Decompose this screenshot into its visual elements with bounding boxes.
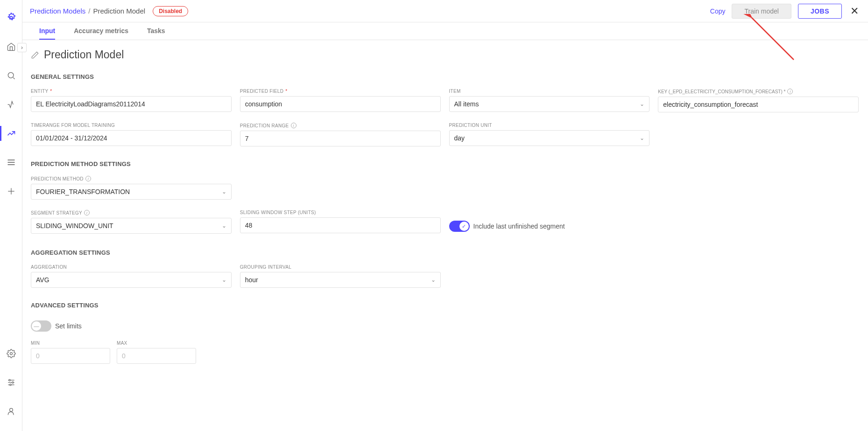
min-input[interactable] [31,348,110,364]
content-area: Prediction Model GENERAL SETTINGS ENTITY… [22,40,868,431]
label-prediction-method: PREDICTION METHOD i [31,176,232,181]
aggregation-select[interactable]: AVG ⌄ [31,272,232,288]
svg-point-13 [9,384,11,385]
label-sliding-window-step: SLIDING WINDOW STEP (UNITS) [240,210,441,215]
plus-icon [6,186,17,197]
page-title: Prediction Model [44,49,124,61]
train-model-button[interactable]: Train model [732,4,791,19]
include-last-toggle[interactable]: ✓ [449,221,470,232]
sliders-icon [6,377,17,388]
breadcrumb: Prediction Models / Prediction Model [30,7,145,15]
label-segment-strategy: SEGMENT STRATEGY i [31,210,232,216]
prediction-method-select[interactable]: FOURIER_TRANSFORMATION ⌄ [31,184,232,200]
section-header-method: PREDICTION METHOD SETTINGS [31,160,860,167]
label-key: KEY (_EPD_electricity_consumption_foreca… [658,89,859,94]
chevron-down-icon: ⌄ [222,188,226,195]
breadcrumb-current: Prediction Model [93,7,145,15]
chevron-down-icon: ⌄ [640,101,644,107]
gear-burst-icon [6,12,17,23]
set-limits-label: Set limits [55,322,82,330]
section-header-general: GENERAL SETTINGS [31,73,860,80]
chevron-right-icon: › [21,44,23,51]
breadcrumb-root-link[interactable]: Prediction Models [30,7,85,15]
timerange-input[interactable] [31,130,232,146]
trend-icon [6,128,17,139]
sidebar-item-settings[interactable] [0,343,22,364]
predicted-field-input[interactable] [240,96,441,112]
jobs-button[interactable]: JOBS [798,4,842,19]
breadcrumb-separator: / [88,7,90,15]
label-timerange: TIMERANGE FOR MODEL TRAINING [31,123,232,128]
svg-point-1 [8,72,14,78]
close-button[interactable]: ✕ [848,5,861,17]
sidebar-expand-button[interactable]: › [17,43,27,52]
label-prediction-unit: PREDICTION UNIT [449,123,650,128]
svg-point-12 [12,382,13,383]
left-sidebar: › [0,0,22,431]
label-entity: ENTITY* [31,89,232,94]
aggregation-value: AVG [36,276,49,284]
label-grouping-interval: GROUPING INTERVAL [240,264,441,270]
tab-accuracy-metrics[interactable]: Accuracy metrics [74,22,128,40]
chevron-down-icon: ⌄ [222,277,226,283]
label-aggregation: AGGREGATION [31,264,232,270]
include-last-label: Include last unfinished segment [473,222,565,230]
item-select[interactable]: All items ⌄ [449,96,650,112]
prediction-range-input[interactable] [240,131,441,146]
sidebar-item-list[interactable] [0,152,22,173]
svg-point-14 [9,408,13,411]
user-icon [6,406,17,417]
sidebar-item-formula[interactable] [0,94,22,115]
label-predicted-field: PREDICTED FIELD* [240,89,441,94]
max-input[interactable] [117,348,196,364]
label-item: ITEM [449,89,650,94]
edit-title-button[interactable] [31,51,39,59]
section-aggregation-settings: AGGREGATION SETTINGS AGGREGATION AVG ⌄ G… [31,249,860,288]
set-limits-toggle[interactable]: — [31,320,51,332]
section-general-settings: GENERAL SETTINGS ENTITY* PREDICTED FIELD… [31,73,860,146]
label-min: MIN [31,341,110,346]
status-badge: Disabled [153,6,188,16]
gear-icon [6,348,17,359]
info-icon: i [85,176,91,181]
close-icon: ✕ [850,5,859,17]
main-panel: Prediction Models / Prediction Model Dis… [22,0,868,431]
sidebar-item-add[interactable] [0,181,22,202]
segment-strategy-value: SLIDING_WINDOW_UNIT [36,222,113,229]
formula-icon [6,99,17,110]
prediction-unit-select[interactable]: day ⌄ [449,130,650,146]
section-advanced-settings: ADVANCED SETTINGS — Set limits MIN MAX [31,302,860,364]
list-icon [6,157,17,168]
sliding-window-step-input[interactable] [240,217,441,233]
sidebar-item-sliders[interactable] [0,372,22,393]
grouping-interval-value: hour [245,276,258,284]
section-method-settings: PREDICTION METHOD SETTINGS PREDICTION ME… [31,160,860,235]
tab-tasks[interactable]: Tasks [147,22,165,40]
section-header-aggregation: AGGREGATION SETTINGS [31,249,860,256]
pencil-icon [31,51,39,59]
tabs-bar: Input Accuracy metrics Tasks [22,22,868,40]
info-icon: i [291,123,296,128]
magnifier-icon [6,70,17,81]
key-input[interactable] [658,97,859,112]
prediction-unit-value: day [454,134,465,142]
check-icon: ✓ [459,222,469,231]
segment-strategy-select[interactable]: SLIDING_WINDOW_UNIT ⌄ [31,218,232,234]
sidebar-item-user[interactable] [0,401,22,422]
entity-input[interactable] [31,96,232,112]
prediction-method-value: FOURIER_TRANSFORMATION [36,188,130,195]
label-max: MAX [117,341,196,346]
grouping-interval-select[interactable]: hour ⌄ [240,272,441,288]
page-header: Prediction Models / Prediction Model Dis… [22,0,868,22]
minus-icon: — [32,321,41,331]
section-header-advanced: ADVANCED SETTINGS [31,302,860,309]
copy-link[interactable]: Copy [710,7,726,15]
sidebar-item-search[interactable] [0,65,22,86]
svg-point-11 [9,379,10,381]
chevron-down-icon: ⌄ [222,222,226,229]
tab-input[interactable]: Input [39,22,55,40]
chevron-down-icon: ⌄ [431,277,436,283]
item-select-value: All items [454,100,479,108]
sidebar-logo[interactable] [0,7,22,28]
sidebar-item-trend[interactable] [0,123,22,144]
